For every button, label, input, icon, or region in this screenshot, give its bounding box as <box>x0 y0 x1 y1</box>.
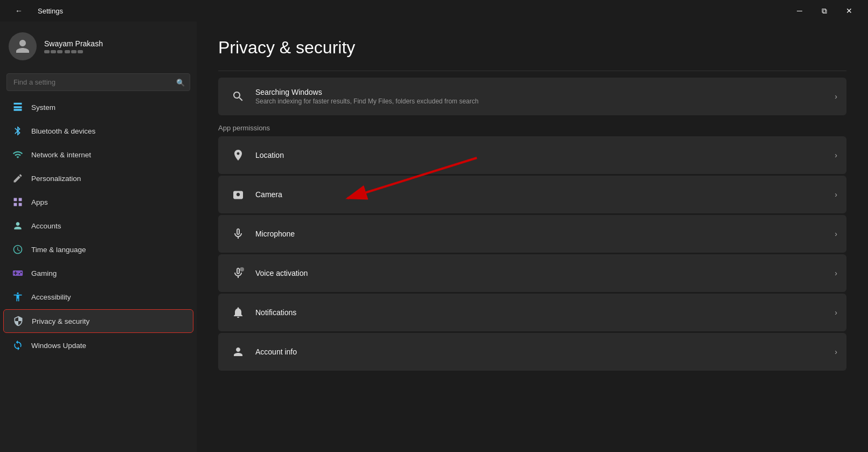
dot-group-1 <box>44 50 63 53</box>
user-section: Swayam Prakash <box>0 22 197 71</box>
svg-point-6 <box>240 267 244 272</box>
search-icon: 🔍 <box>176 78 185 86</box>
location-title: Location <box>255 151 828 159</box>
searching-windows-title: Searching Windows <box>255 88 828 96</box>
camera-icon <box>227 184 249 205</box>
search-input[interactable] <box>6 73 190 91</box>
apps-icon <box>12 196 24 208</box>
sidebar-item-label-network: Network & internet <box>31 151 91 159</box>
accessibility-icon <box>12 291 24 303</box>
permissions-wrapper: Location › Camera › <box>218 136 846 371</box>
notifications-text: Notifications <box>249 308 835 317</box>
app-title: Settings <box>38 7 63 15</box>
svg-rect-2 <box>14 203 17 206</box>
time-icon <box>12 244 24 255</box>
gaming-icon <box>12 267 24 279</box>
network-icon <box>12 149 24 161</box>
avatar <box>9 32 37 60</box>
searching-windows-chevron: › <box>835 92 837 101</box>
divider-top <box>218 71 846 71</box>
voice-activation-item[interactable]: Voice activation › <box>218 254 846 292</box>
svg-rect-1 <box>19 198 22 201</box>
camera-item[interactable]: Camera › <box>218 176 846 213</box>
microphone-icon <box>227 223 249 245</box>
avatar-icon <box>15 38 31 54</box>
sidebar: Swayam Prakash 🔍 <box>0 22 197 452</box>
sidebar-item-label-system: System <box>31 103 55 112</box>
sidebar-item-label-accounts: Accounts <box>31 222 61 230</box>
content-area: Privacy & security Searching Windows Sea… <box>197 22 868 452</box>
sidebar-item-label-personalization: Personalization <box>31 175 81 183</box>
sidebar-item-label-accessibility: Accessibility <box>31 293 71 301</box>
camera-text: Camera <box>249 190 835 199</box>
minimize-button[interactable]: ─ <box>787 2 812 19</box>
page-title: Privacy & security <box>218 38 846 58</box>
searching-windows-icon <box>227 86 249 107</box>
voice-activation-chevron: › <box>835 269 837 277</box>
camera-title: Camera <box>255 190 828 199</box>
voice-activation-title: Voice activation <box>255 269 828 277</box>
update-icon <box>12 339 24 351</box>
sidebar-item-network[interactable]: Network & internet <box>3 143 193 166</box>
sidebar-item-update[interactable]: Windows Update <box>3 334 193 357</box>
back-button[interactable]: ← <box>6 2 31 19</box>
location-icon <box>227 144 249 166</box>
sidebar-item-label-privacy: Privacy & security <box>32 317 89 325</box>
location-chevron: › <box>835 151 837 159</box>
location-item[interactable]: Location › <box>218 136 846 174</box>
titlebar-left: ← Settings <box>6 2 63 19</box>
notifications-title: Notifications <box>255 308 828 317</box>
main-layout: Swayam Prakash 🔍 <box>0 22 868 452</box>
svg-rect-3 <box>19 203 22 206</box>
system-icon <box>12 101 24 113</box>
camera-chevron: › <box>835 190 837 199</box>
microphone-title: Microphone <box>255 230 828 238</box>
sidebar-item-label-update: Windows Update <box>31 342 86 350</box>
location-text: Location <box>249 151 835 159</box>
sidebar-item-privacy[interactable]: Privacy & security <box>3 309 193 333</box>
notifications-chevron: › <box>835 308 837 317</box>
sidebar-item-label-gaming: Gaming <box>31 269 57 277</box>
account-info-text: Account info <box>249 347 835 356</box>
sidebar-item-accounts[interactable]: Accounts <box>3 214 193 237</box>
voice-activation-icon <box>227 262 249 284</box>
notifications-icon <box>227 302 249 323</box>
sidebar-item-apps[interactable]: Apps <box>3 191 193 213</box>
user-dots <box>44 50 103 53</box>
app-permissions-label: App permissions <box>218 124 846 132</box>
account-info-item[interactable]: Account info › <box>218 333 846 371</box>
microphone-chevron: › <box>835 230 837 238</box>
searching-windows-subtitle: Search indexing for faster results, Find… <box>255 98 828 105</box>
user-info: Swayam Prakash <box>44 39 103 53</box>
voice-activation-text: Voice activation <box>249 269 835 277</box>
svg-rect-0 <box>14 198 17 201</box>
close-button[interactable]: ✕ <box>837 2 862 19</box>
sidebar-item-accessibility[interactable]: Accessibility <box>3 286 193 308</box>
account-info-chevron: › <box>835 347 837 356</box>
privacy-icon <box>12 315 24 327</box>
bluetooth-icon <box>12 125 24 137</box>
sidebar-item-gaming[interactable]: Gaming <box>3 262 193 284</box>
titlebar: ← Settings ─ ⧉ ✕ <box>0 0 868 22</box>
sidebar-item-label-apps: Apps <box>31 198 48 206</box>
search-box: 🔍 <box>6 73 190 91</box>
microphone-item[interactable]: Microphone › <box>218 215 846 253</box>
sidebar-item-label-bluetooth: Bluetooth & devices <box>31 127 95 135</box>
sidebar-item-personalization[interactable]: Personalization <box>3 167 193 190</box>
sidebar-item-bluetooth[interactable]: Bluetooth & devices <box>3 120 193 142</box>
account-info-title: Account info <box>255 347 828 356</box>
microphone-text: Microphone <box>249 230 835 238</box>
account-info-icon <box>227 341 249 363</box>
user-name: Swayam Prakash <box>44 39 103 48</box>
sidebar-item-time[interactable]: Time & language <box>3 238 193 261</box>
accounts-icon <box>12 220 24 232</box>
dot-group-2 <box>65 50 83 53</box>
window-controls: ─ ⧉ ✕ <box>787 2 862 19</box>
sidebar-item-label-time: Time & language <box>31 246 86 254</box>
searching-windows-item[interactable]: Searching Windows Search indexing for fa… <box>218 78 846 115</box>
personalization-icon <box>12 172 24 184</box>
notifications-item[interactable]: Notifications › <box>218 294 846 331</box>
sidebar-item-system[interactable]: System <box>3 96 193 119</box>
searching-windows-text: Searching Windows Search indexing for fa… <box>249 88 835 105</box>
maximize-button[interactable]: ⧉ <box>812 2 837 19</box>
